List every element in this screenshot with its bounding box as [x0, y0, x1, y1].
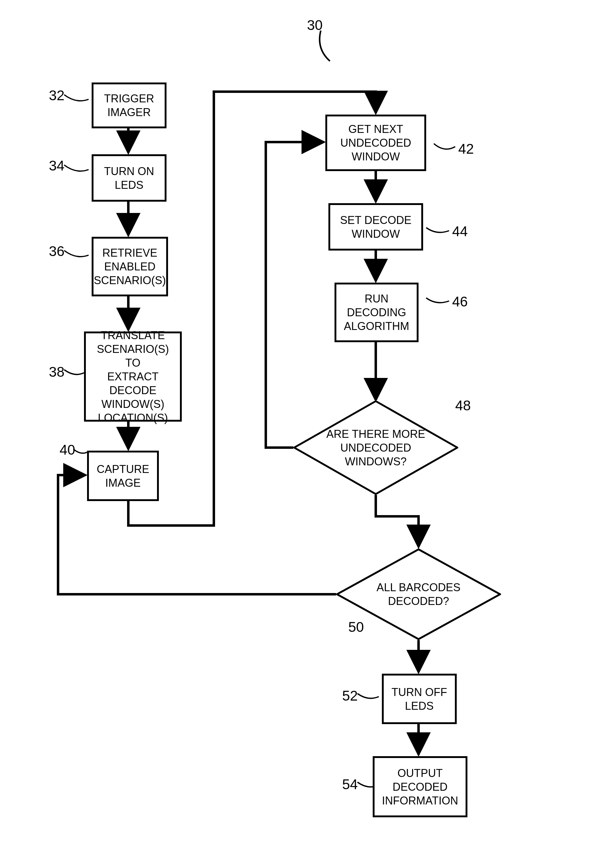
ref-42: 42 — [458, 140, 474, 157]
node-more-undecoded: ARE THERE MOREUNDECODEDWINDOWS? — [293, 400, 458, 495]
ref-44: 44 — [452, 223, 468, 239]
node-text: TURN ONLEDS — [104, 164, 154, 192]
node-capture-image: CAPTUREIMAGE — [87, 451, 159, 501]
node-run-decoding: RUNDECODINGALGORITHM — [335, 283, 419, 342]
ref-36: 36 — [49, 243, 65, 260]
ref-32: 32 — [49, 87, 65, 103]
node-trigger-imager: TRIGGERIMAGER — [92, 83, 167, 128]
flowchart-canvas: 30 TRIGGERIMAGER 32 TURN ONLEDS 34 RETRI… — [0, 0, 589, 868]
ref-46: 46 — [452, 293, 468, 310]
node-text: TURN OFFLEDS — [392, 685, 447, 713]
node-translate-scenarios: TRANSLATESCENARIO(S) TOEXTRACT DECODEWIN… — [84, 332, 182, 422]
node-get-next-window: GET NEXTUNDECODEDWINDOW — [325, 115, 426, 171]
node-turn-off-leds: TURN OFFLEDS — [382, 674, 457, 724]
node-text: ALL BARCODESDECODED? — [377, 580, 461, 608]
figure-ref-30: 30 — [307, 17, 323, 33]
ref-40: 40 — [59, 441, 75, 458]
node-text: ARE THERE MOREUNDECODEDWINDOWS? — [326, 427, 425, 468]
ref-52: 52 — [342, 688, 358, 704]
node-output-decoded: OUTPUTDECODEDINFORMATION — [373, 756, 467, 817]
node-text: RETRIEVEENABLEDSCENARIO(S) — [94, 246, 166, 287]
node-text: OUTPUTDECODEDINFORMATION — [382, 766, 458, 807]
ref-50: 50 — [348, 619, 364, 635]
ref-54: 54 — [342, 776, 358, 793]
node-text: GET NEXTUNDECODEDWINDOW — [340, 122, 411, 164]
node-text: SET DECODEWINDOW — [340, 213, 411, 241]
ref-34: 34 — [49, 157, 65, 174]
node-text: TRANSLATESCENARIO(S) TOEXTRACT DECODEWIN… — [89, 328, 177, 425]
node-text: RUNDECODINGALGORITHM — [344, 292, 409, 333]
ref-48: 48 — [455, 397, 471, 414]
node-set-decode-window: SET DECODEWINDOW — [328, 203, 423, 251]
ref-38: 38 — [49, 363, 65, 380]
node-text: TRIGGERIMAGER — [104, 92, 154, 119]
node-retrieve-scenarios: RETRIEVEENABLEDSCENARIO(S) — [92, 237, 168, 296]
node-text: CAPTUREIMAGE — [96, 462, 149, 490]
node-turn-on-leds: TURN ONLEDS — [92, 154, 167, 202]
